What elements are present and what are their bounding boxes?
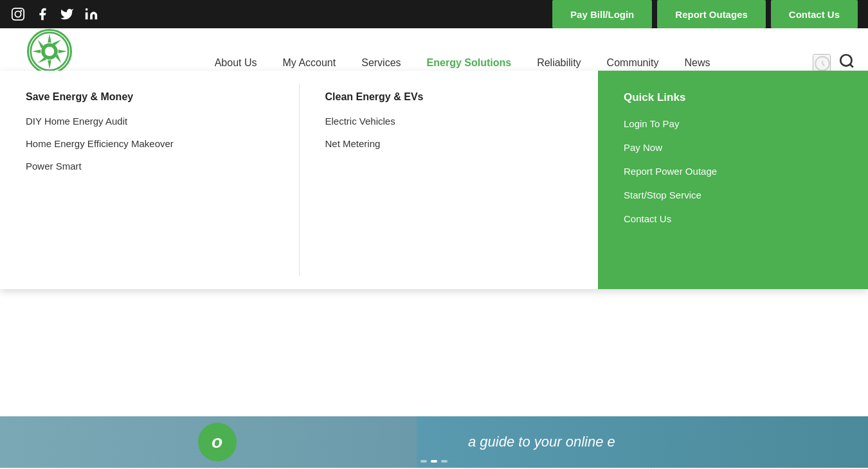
twitter-icon[interactable] <box>59 6 75 22</box>
dropdown-menu: Save Energy & Money DIY Home Energy Audi… <box>0 71 868 289</box>
instagram-icon[interactable] <box>10 6 26 22</box>
logo-circle <box>27 29 72 74</box>
pay-now-link[interactable]: Pay Now <box>624 142 842 153</box>
social-icons <box>10 6 99 22</box>
dropdown-col-clean-energy: Clean Energy & EVs Electric Vehicles Net… <box>300 71 599 289</box>
net-metering-link[interactable]: Net Metering <box>325 138 573 149</box>
dropdown-col-save-energy: Save Energy & Money DIY Home Energy Audi… <box>0 71 299 289</box>
save-energy-title: Save Energy & Money <box>26 91 273 103</box>
hero-text: a guide to your online e <box>468 434 615 450</box>
ev-link[interactable]: Electric Vehicles <box>325 116 573 127</box>
svg-point-3 <box>86 8 88 11</box>
svg-point-1 <box>15 11 21 17</box>
hero-dots <box>420 460 448 463</box>
svg-rect-0 <box>12 8 24 20</box>
login-to-pay-link[interactable]: Login To Pay <box>624 118 842 129</box>
makeover-link[interactable]: Home Energy Efficiency Makeover <box>26 138 273 149</box>
hero-dot-2 <box>431 460 437 463</box>
svg-point-6 <box>45 46 55 56</box>
contact-us-button[interactable]: Contact Us <box>771 0 858 28</box>
top-buttons: Pay Bill/Login Report Outages Contact Us <box>552 0 858 28</box>
clean-energy-title: Clean Energy & EVs <box>325 91 573 103</box>
nav-right <box>813 53 855 73</box>
hero-section: o a guide to your online e <box>0 416 868 468</box>
search-button[interactable] <box>838 53 855 73</box>
edit-icon-button[interactable] <box>813 54 831 72</box>
quick-links-col: Quick Links Login To Pay Pay Now Report … <box>598 71 868 289</box>
hero-dot-3 <box>441 460 448 463</box>
pay-bill-button[interactable]: Pay Bill/Login <box>552 0 652 28</box>
svg-point-2 <box>21 10 23 12</box>
svg-line-9 <box>850 64 853 67</box>
svg-point-8 <box>840 55 851 66</box>
power-smart-link[interactable]: Power Smart <box>26 161 273 172</box>
linkedin-icon[interactable] <box>84 6 99 22</box>
report-power-outage-link[interactable]: Report Power Outage <box>624 166 842 177</box>
quick-links-title: Quick Links <box>624 91 842 104</box>
diy-audit-link[interactable]: DIY Home Energy Audit <box>26 116 273 127</box>
top-bar: Pay Bill/Login Report Outages Contact Us <box>0 0 868 28</box>
hero-dot-1 <box>420 460 427 463</box>
start-stop-service-link[interactable]: Start/Stop Service <box>624 190 842 200</box>
logo-svg <box>29 29 70 74</box>
contact-us-ql-link[interactable]: Contact Us <box>624 213 842 224</box>
report-outages-button[interactable]: Report Outages <box>657 0 766 28</box>
facebook-icon[interactable] <box>35 6 50 22</box>
